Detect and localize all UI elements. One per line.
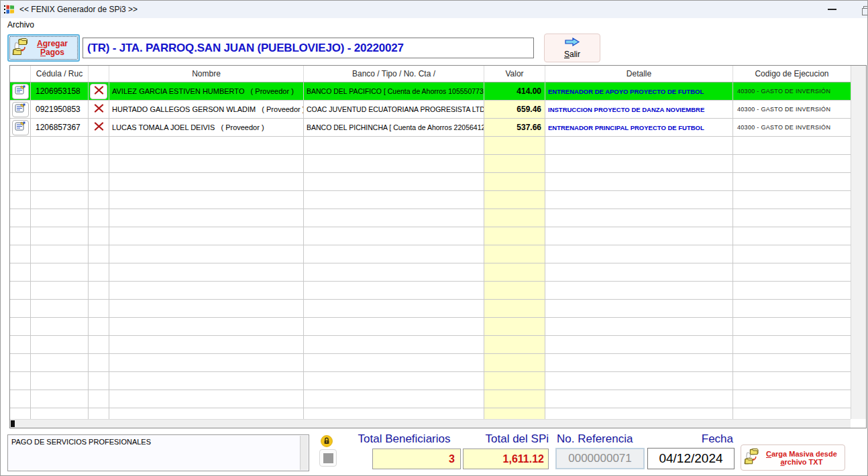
nombre-cell: LUCAS TOMALA JOEL DEIVIS ( Proveedor ) (109, 119, 304, 137)
valor-cell: 414.00 (484, 82, 545, 101)
empty-table-row[interactable] (10, 390, 851, 408)
empty-table-row[interactable] (10, 282, 851, 300)
empty-cell (89, 336, 109, 354)
empty-cell (31, 336, 89, 354)
empty-cell (545, 318, 733, 336)
delete-row-button[interactable] (90, 120, 107, 135)
empty-cell (733, 390, 851, 408)
empty-cell (545, 137, 733, 155)
empty-table-row[interactable] (10, 245, 851, 263)
red-x-icon (94, 122, 104, 133)
empty-cell (10, 209, 31, 227)
empty-cell (89, 390, 109, 408)
entity-field[interactable]: (TR) - JTA. PARROQ.SAN JUAN (PUEBLOVIEJO… (83, 38, 534, 58)
empty-cell (304, 354, 484, 372)
empty-cell (545, 191, 733, 209)
table-row[interactable]: 1206857367LUCAS TOMALA JOEL DEIVIS ( Pro… (10, 119, 851, 137)
menubar: Archivo (1, 18, 867, 31)
empty-cell (10, 155, 31, 173)
empty-cell (484, 155, 545, 173)
empty-cell (545, 300, 733, 318)
empty-table-row[interactable] (10, 173, 851, 191)
table-row[interactable]: 1206953158AVILEZ GARCIA ESTIVEN HUMBERTO… (10, 82, 851, 101)
edit-row-button[interactable] (12, 102, 29, 117)
empty-cell (10, 300, 31, 318)
empty-table-row[interactable] (10, 227, 851, 245)
minimize-button[interactable] (820, 1, 843, 18)
payment-concept-text: PAGO DE SERVICIOS PROFESIONALES (11, 438, 151, 446)
empty-cell (545, 263, 733, 282)
fecha-field[interactable]: 04/12/2024 (647, 448, 735, 469)
gray-square-button[interactable] (319, 449, 337, 467)
empty-cell (31, 137, 89, 155)
empty-table-row[interactable] (10, 372, 851, 390)
empty-cell (31, 227, 89, 245)
salir-button[interactable]: Salir (544, 34, 600, 62)
empty-cell (733, 354, 851, 372)
carga-masiva-button[interactable]: Carga Masiva desde archivo TXT (741, 444, 845, 471)
payment-concept-box[interactable]: PAGO DE SERVICIOS PROFESIONALES (7, 434, 309, 471)
empty-table-row[interactable] (10, 408, 851, 419)
empty-table-row[interactable] (10, 300, 851, 318)
empty-cell (733, 245, 851, 263)
empty-cell (304, 191, 484, 209)
banco-cell: BANCO DEL PACIFICO [ Cuenta de Ahorros 1… (304, 82, 484, 101)
empty-cell (10, 354, 31, 372)
gray-square-icon (323, 453, 333, 463)
scrollbar-thumb[interactable] (11, 420, 15, 427)
empty-cell (109, 137, 304, 155)
edit-cell (10, 119, 31, 137)
empty-cell (484, 137, 545, 155)
empty-cell (31, 191, 89, 209)
empty-cell (545, 408, 733, 419)
edit-record-icon (15, 85, 25, 97)
empty-table-row[interactable] (10, 191, 851, 209)
table-vertical-scrollbar[interactable] (851, 66, 866, 419)
empty-cell (109, 263, 304, 282)
edit-row-button[interactable] (12, 120, 29, 135)
empty-table-row[interactable] (10, 336, 851, 354)
menu-archivo[interactable]: Archivo (3, 20, 38, 29)
empty-cell (31, 155, 89, 173)
empty-cell (89, 137, 109, 155)
delete-row-button[interactable] (90, 84, 107, 99)
empty-cell (31, 282, 89, 300)
col-delete (89, 66, 109, 82)
empty-cell (545, 155, 733, 173)
empty-cell (304, 245, 484, 263)
empty-table-row[interactable] (10, 263, 851, 282)
empty-cell (31, 245, 89, 263)
empty-cell (109, 318, 304, 336)
banco-cell: COAC JUVENTUD ECUATORIANA PROGRESISTA LT… (304, 101, 484, 119)
empty-table-row[interactable] (10, 318, 851, 336)
empty-cell (89, 318, 109, 336)
table-row[interactable]: 0921950853HURTADO GALLEGOS GERSON WLADIM… (10, 101, 851, 119)
empty-table-row[interactable] (10, 354, 851, 372)
open-folders-icon (744, 447, 764, 468)
comment-scrollbar[interactable] (300, 436, 308, 470)
delete-row-button[interactable] (90, 102, 107, 117)
empty-cell (484, 336, 545, 354)
agregar-pagos-button[interactable]: Agregar Pagos (7, 34, 80, 62)
blue-right-arrow-icon (564, 38, 580, 48)
empty-table-row[interactable] (10, 209, 851, 227)
table-horizontal-scrollbar[interactable] (10, 419, 851, 428)
empty-table-row[interactable] (10, 137, 851, 155)
restore-button[interactable] (854, 1, 868, 18)
padlock-icon (321, 435, 333, 447)
valor-cell: 659.46 (484, 101, 545, 119)
empty-cell (484, 209, 545, 227)
empty-cell (304, 300, 484, 318)
valor-cell: 537.66 (484, 119, 545, 137)
cedula-cell: 1206857367 (31, 119, 89, 137)
empty-cell (304, 282, 484, 300)
empty-cell (545, 209, 733, 227)
payments-table: Cédula / Ruc Nombre Banco / Tipo / No. C… (9, 65, 867, 428)
empty-cell (484, 282, 545, 300)
empty-cell (109, 209, 304, 227)
empty-table-row[interactable] (10, 155, 851, 173)
codigo-cell: 40300 - GASTO DE INVERSIÓN (733, 82, 851, 101)
empty-cell (31, 263, 89, 282)
edit-row-button[interactable] (12, 84, 29, 99)
total-beneficiarios-value: 3 (372, 449, 461, 469)
